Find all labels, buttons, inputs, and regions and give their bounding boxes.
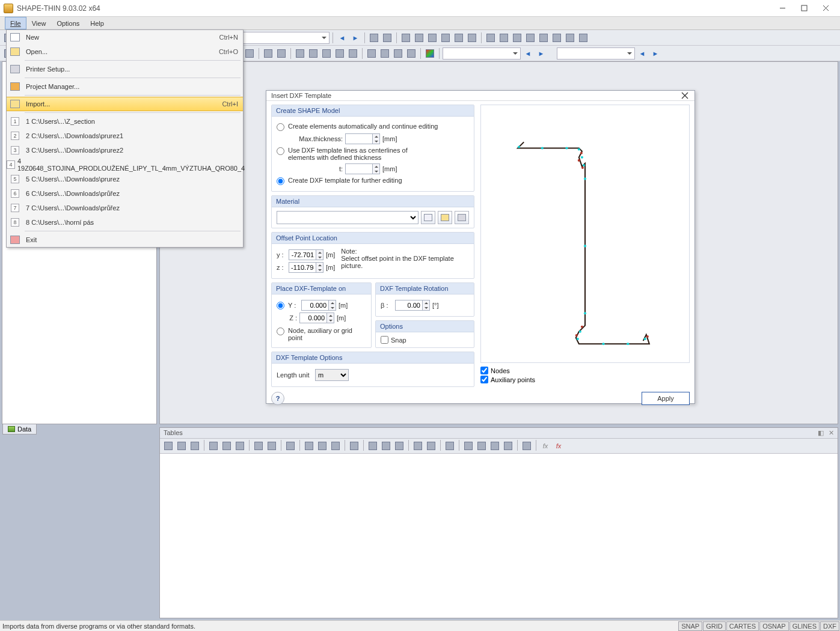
apply-button[interactable]: Apply xyxy=(642,392,690,405)
toolbar-combo[interactable] xyxy=(557,47,635,59)
fx-icon[interactable]: fx xyxy=(539,440,551,452)
tool-icon[interactable] xyxy=(426,32,438,44)
tool-icon[interactable] xyxy=(189,440,201,452)
tool-icon[interactable] xyxy=(234,440,246,452)
tool-icon[interactable] xyxy=(413,32,425,44)
offset-z-input[interactable] xyxy=(289,262,316,273)
tool-icon[interactable] xyxy=(162,440,174,452)
minimize-button[interactable] xyxy=(771,2,793,15)
menu-project-manager[interactable]: Project Manager... xyxy=(7,79,243,94)
panel-close-icon[interactable]: ✕ xyxy=(829,429,834,437)
tool-icon[interactable] xyxy=(524,32,536,44)
material-pick-button[interactable] xyxy=(438,211,452,224)
tool-icon[interactable] xyxy=(511,32,523,44)
tool-icon[interactable] xyxy=(400,32,412,44)
tool-icon[interactable] xyxy=(489,440,501,452)
radio-create-auto[interactable] xyxy=(277,123,284,131)
tool-icon[interactable] xyxy=(176,440,188,452)
place-z-input[interactable] xyxy=(299,312,327,323)
aux-points-checkbox[interactable] xyxy=(480,376,488,383)
spinner-arrows[interactable] xyxy=(373,163,380,174)
tool-icon[interactable] xyxy=(412,440,424,452)
max-thickness-input[interactable] xyxy=(345,133,373,144)
fx-clear-icon[interactable]: fx xyxy=(553,440,565,452)
radio-use-centerlines[interactable] xyxy=(277,147,284,155)
tool-icon[interactable] xyxy=(221,440,233,452)
tool-icon[interactable] xyxy=(207,440,219,452)
help-button[interactable]: ? xyxy=(271,392,284,405)
tool-icon[interactable] xyxy=(521,440,533,452)
spinner-arrows[interactable] xyxy=(316,262,323,273)
radio-place-y[interactable] xyxy=(277,302,284,309)
material-edit-button[interactable] xyxy=(455,211,469,224)
radio-place-node[interactable] xyxy=(277,328,284,335)
tool-icon[interactable] xyxy=(303,440,315,452)
tool-icon[interactable] xyxy=(380,440,392,452)
spinner-arrows[interactable] xyxy=(316,249,323,260)
menu-recent-8[interactable]: 88 C:\Users\...\horní pás xyxy=(7,215,243,230)
tool-icon[interactable] xyxy=(368,32,380,44)
tool-icon[interactable] xyxy=(330,440,342,452)
menu-options[interactable]: Options xyxy=(51,17,85,29)
menu-help[interactable]: Help xyxy=(85,17,109,29)
tool-icon[interactable] xyxy=(381,32,393,44)
menu-recent-6[interactable]: 66 C:\Users\...\Downloads\průřez xyxy=(7,186,243,201)
tool-icon[interactable] xyxy=(476,440,488,452)
tool-icon[interactable] xyxy=(405,47,417,59)
nav-right-icon[interactable]: ► xyxy=(535,47,547,59)
menu-recent-7[interactable]: 77 C:\Users\...\Downloads\průřez xyxy=(7,201,243,215)
tool-icon[interactable] xyxy=(307,47,319,59)
rotation-input[interactable] xyxy=(395,300,423,311)
tool-icon[interactable] xyxy=(466,32,478,44)
tool-icon[interactable] xyxy=(294,47,306,59)
menu-recent-3[interactable]: 33 C:\Users\...\Downloads\prurez2 xyxy=(7,143,243,157)
status-grid[interactable]: GRID xyxy=(703,621,726,631)
status-glines[interactable]: GLINES xyxy=(789,621,820,631)
navigator-tab-data[interactable]: Data xyxy=(2,424,37,434)
nav-left-icon[interactable]: ◄ xyxy=(522,47,534,59)
offset-y-input[interactable] xyxy=(289,249,316,260)
nav-right-icon[interactable]: ► xyxy=(349,32,361,44)
radio-further-editing[interactable] xyxy=(277,177,284,185)
menu-recent-5[interactable]: 55 C:\Users\...\Downloads\prurez xyxy=(7,172,243,186)
tool-icon[interactable] xyxy=(334,47,346,59)
tool-icon[interactable] xyxy=(462,440,474,452)
tool-icon[interactable] xyxy=(424,47,436,59)
dialog-close-button[interactable] xyxy=(680,91,690,100)
tool-icon[interactable] xyxy=(366,47,378,59)
tool-icon[interactable] xyxy=(577,32,589,44)
dxf-preview[interactable] xyxy=(480,105,690,363)
snap-checkbox[interactable] xyxy=(381,336,388,344)
status-dxf[interactable]: DXF xyxy=(820,621,839,631)
tool-icon[interactable] xyxy=(347,47,359,59)
spinner-arrows[interactable] xyxy=(373,133,380,144)
material-library-button[interactable] xyxy=(421,211,435,224)
menu-exit[interactable]: Exit xyxy=(7,233,243,247)
status-osnap[interactable]: OSNAP xyxy=(759,621,789,631)
tool-icon[interactable] xyxy=(262,47,274,59)
status-snap[interactable]: SNAP xyxy=(678,621,702,631)
nav-left-icon[interactable]: ◄ xyxy=(336,32,348,44)
tool-icon[interactable] xyxy=(284,440,296,452)
tool-icon[interactable] xyxy=(320,47,333,59)
tool-icon[interactable] xyxy=(253,440,265,452)
menu-file[interactable]: File xyxy=(5,17,26,29)
place-y-input[interactable] xyxy=(301,300,329,311)
toolbar-combo[interactable] xyxy=(443,47,521,59)
tool-icon[interactable] xyxy=(367,440,379,452)
tool-icon[interactable] xyxy=(316,440,328,452)
tool-icon[interactable] xyxy=(244,47,256,59)
panel-pin-icon[interactable]: ◧ xyxy=(818,429,824,437)
tool-icon[interactable] xyxy=(440,32,452,44)
tool-icon[interactable] xyxy=(502,440,514,452)
spinner-arrows[interactable] xyxy=(327,312,334,323)
close-button[interactable] xyxy=(815,2,836,15)
nav-right-icon[interactable]: ► xyxy=(649,47,661,59)
menu-recent-4[interactable]: 44 19Z0648_STOJINA_PRODLOUŽENÉ_LIPY_TL_4… xyxy=(7,157,243,172)
tool-icon[interactable] xyxy=(379,47,391,59)
material-select[interactable] xyxy=(277,211,418,224)
spinner-arrows[interactable] xyxy=(423,300,430,311)
tool-icon[interactable] xyxy=(498,32,510,44)
tool-icon[interactable] xyxy=(453,32,465,44)
menu-open[interactable]: Open... Ctrl+O xyxy=(7,44,243,59)
